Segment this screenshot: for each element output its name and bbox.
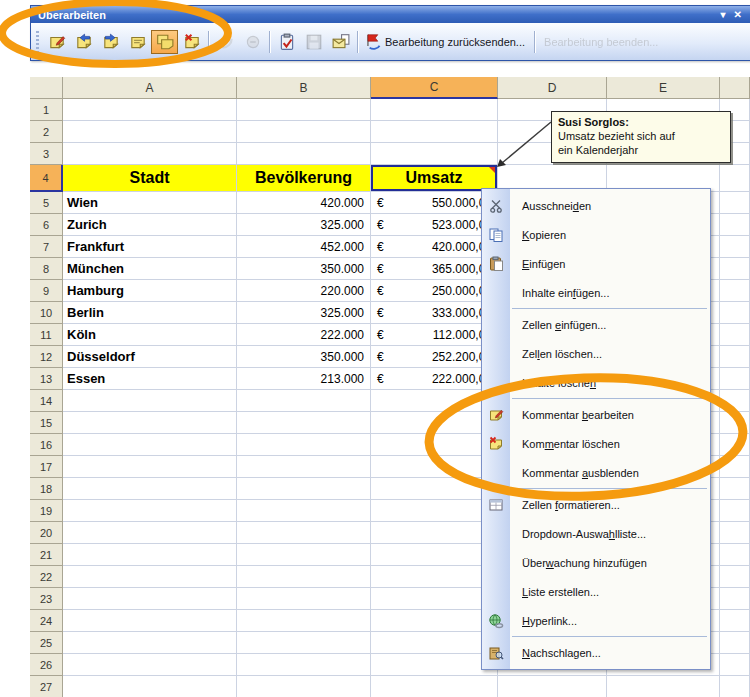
cell-B7[interactable]: 452.000 (237, 236, 371, 258)
menu-item-dropdown-auswahlliste[interactable]: Dropdown-Auswahlliste... (482, 519, 710, 548)
row-header-1[interactable]: 1 (30, 99, 63, 121)
menu-item-kopieren[interactable]: Kopieren (482, 220, 710, 249)
menu-item-kommentar-löschen[interactable]: Kommentar löschen (482, 429, 710, 458)
cell-E27[interactable] (607, 676, 720, 697)
cell-B6[interactable]: 325.000 (237, 214, 371, 236)
menu-item-hyperlink[interactable]: Hyperlink... (482, 606, 710, 635)
menu-item-inhalte-einfügen[interactable]: Inhalte einfügen... (482, 278, 710, 307)
cell-C8[interactable]: €365.000,00 (371, 258, 498, 280)
cell-C15[interactable] (371, 412, 498, 434)
cell-F11[interactable] (720, 324, 750, 346)
column-header-D[interactable]: D (498, 77, 607, 99)
cell-F9[interactable] (720, 280, 750, 302)
cell-B23[interactable] (237, 588, 371, 610)
cell-B24[interactable] (237, 610, 371, 632)
menu-item-zellen-einfügen[interactable]: Zellen einfügen... (482, 310, 710, 339)
cell-F21[interactable] (720, 544, 750, 566)
cell-C26[interactable] (371, 654, 498, 676)
cell-B19[interactable] (237, 500, 371, 522)
row-header-8[interactable]: 8 (30, 258, 63, 280)
cell-F20[interactable] (720, 522, 750, 544)
cell-A22[interactable] (63, 566, 237, 588)
cell-A17[interactable] (63, 456, 237, 478)
cell-F4[interactable] (720, 165, 750, 192)
cell-A15[interactable] (63, 412, 237, 434)
column-header-A[interactable]: A (63, 77, 237, 99)
menu-item-nachschlagen[interactable]: Nachschlagen... (482, 638, 710, 667)
delete-comment-button[interactable] (178, 30, 205, 54)
cell-C20[interactable] (371, 522, 498, 544)
row-header-10[interactable]: 10 (30, 302, 63, 324)
mail-recipient-button[interactable] (327, 30, 354, 54)
cell-B18[interactable] (237, 478, 371, 500)
cell-A3[interactable] (63, 143, 237, 165)
cell-B2[interactable] (237, 121, 371, 143)
row-header-13[interactable]: 13 (30, 368, 63, 390)
cell-A7[interactable]: Frankfurt (63, 236, 237, 258)
column-header-E[interactable]: E (607, 77, 720, 99)
cell-A4[interactable]: Stadt (63, 165, 237, 192)
row-header-18[interactable]: 18 (30, 478, 63, 500)
cell-B3[interactable] (237, 143, 371, 165)
cell-C17[interactable] (371, 456, 498, 478)
cell-A27[interactable] (63, 676, 237, 697)
previous-change-button[interactable] (212, 30, 239, 54)
cell-C12[interactable]: €252.200,00 (371, 346, 498, 368)
toolbar-titlebar[interactable]: Überarbeiten ▾ ✕ (31, 6, 750, 23)
column-header-C[interactable]: C (371, 77, 498, 99)
row-header-9[interactable]: 9 (30, 280, 63, 302)
cell-C10[interactable]: €333.000,00 (371, 302, 498, 324)
row-header-4[interactable]: 4 (30, 165, 63, 192)
cell-F26[interactable] (720, 654, 750, 676)
cell-B16[interactable] (237, 434, 371, 456)
cell-F18[interactable] (720, 478, 750, 500)
row-header-21[interactable]: 21 (30, 544, 63, 566)
cell-C5[interactable]: €550.000,00 (371, 192, 498, 214)
cell-A14[interactable] (63, 390, 237, 412)
cell-B9[interactable]: 220.000 (237, 280, 371, 302)
cell-B15[interactable] (237, 412, 371, 434)
cell-B10[interactable]: 325.000 (237, 302, 371, 324)
row-header-3[interactable]: 3 (30, 143, 63, 165)
cell-C18[interactable] (371, 478, 498, 500)
cell-A6[interactable]: Zurich (63, 214, 237, 236)
cell-A8[interactable]: München (63, 258, 237, 280)
cell-F17[interactable] (720, 456, 750, 478)
cell-F10[interactable] (720, 302, 750, 324)
cell-C2[interactable] (371, 121, 498, 143)
cell-A23[interactable] (63, 588, 237, 610)
menu-item-inhalte-löschen[interactable]: Inhalte löschen (482, 368, 710, 397)
show-all-comments-button[interactable] (151, 30, 178, 54)
row-header-16[interactable]: 16 (30, 434, 63, 456)
cell-F19[interactable] (720, 500, 750, 522)
row-header-5[interactable]: 5 (30, 192, 63, 214)
cell-C14[interactable] (371, 390, 498, 412)
cell-A10[interactable]: Berlin (63, 302, 237, 324)
cell-C22[interactable] (371, 566, 498, 588)
cell-B27[interactable] (237, 676, 371, 697)
send-attachment-button[interactable] (300, 30, 327, 54)
cell-F13[interactable] (720, 368, 750, 390)
cell-A24[interactable] (63, 610, 237, 632)
cell-C19[interactable] (371, 500, 498, 522)
cell-C9[interactable]: €250.000,00 (371, 280, 498, 302)
row-header-2[interactable]: 2 (30, 121, 63, 143)
cell-B20[interactable] (237, 522, 371, 544)
cell-C4[interactable]: Umsatz (371, 165, 498, 192)
cell-B1[interactable] (237, 99, 371, 121)
edit-comment-button[interactable] (43, 30, 70, 54)
column-header-B[interactable]: B (237, 77, 371, 99)
row-header-19[interactable]: 19 (30, 500, 63, 522)
reply-with-changes-button[interactable]: Bearbeitung zurücksenden... (361, 30, 531, 54)
cell-F16[interactable] (720, 434, 750, 456)
cell-A19[interactable] (63, 500, 237, 522)
cell-B8[interactable]: 350.000 (237, 258, 371, 280)
row-header-26[interactable]: 26 (30, 654, 63, 676)
menu-item-ausschneiden[interactable]: Ausschneiden (482, 191, 710, 220)
cell-F7[interactable] (720, 236, 750, 258)
cell-A21[interactable] (63, 544, 237, 566)
toolbar-grip-handle[interactable] (36, 31, 39, 53)
cell-C7[interactable]: €420.000,00 (371, 236, 498, 258)
cell-C21[interactable] (371, 544, 498, 566)
menu-item-zellen-formatieren[interactable]: Zellen formatieren... (482, 490, 710, 519)
